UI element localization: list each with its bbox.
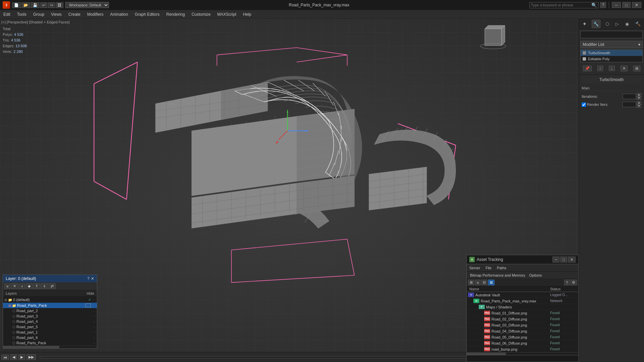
utilities-tab-btn[interactable]: 🔨 — [634, 20, 642, 28]
menu-tools[interactable]: Tools — [14, 11, 30, 18]
play-forward-btn[interactable]: ▶ — [18, 354, 25, 360]
modify-tab-btn[interactable]: 🔧 — [592, 20, 600, 28]
menu-group[interactable]: Group — [30, 11, 48, 18]
undo-btn[interactable]: ↩ — [40, 2, 47, 8]
move-up-btn[interactable]: ↑ — [597, 66, 603, 71]
asset-row-max-file[interactable]: M Road_Parts_Pack_max_vray.max Network — [467, 298, 578, 304]
show-end-btn[interactable]: ⊞ — [633, 66, 640, 71]
asset-menu-server[interactable]: Server — [467, 265, 483, 271]
layer-delete-btn[interactable]: ✕ — [11, 283, 18, 289]
display-tab-btn[interactable]: ◉ — [624, 20, 630, 28]
iterations-up-btn[interactable]: ▲ — [637, 93, 641, 96]
menu-edit[interactable]: Edit — [0, 11, 14, 18]
menu-create[interactable]: Create — [65, 11, 84, 18]
asset-view-btn3[interactable]: ⊟ — [481, 280, 487, 285]
layers-help-btn[interactable]: ? — [87, 276, 90, 281]
asset-close-btn[interactable]: ✕ — [568, 257, 576, 263]
asset-view-btn4[interactable]: ⊠ — [488, 280, 494, 285]
asset-menu-file[interactable]: File — [483, 265, 494, 271]
layer-item-default[interactable]: ⊞ 📁 0 (default) ✓ ··· — [3, 297, 97, 303]
nav-cube[interactable] — [478, 22, 508, 52]
menu-help[interactable]: Help — [240, 11, 255, 18]
render-iters-down-btn[interactable]: ▼ — [637, 104, 641, 108]
layer-item-road-pack[interactable]: ⊞ 📁 Road_Parts_Pack ··· — [3, 303, 97, 308]
hierarchy-tab-btn[interactable]: ⬡ — [604, 20, 610, 28]
move-down-btn[interactable]: ↓ — [609, 66, 615, 71]
layer-add-sel-btn[interactable]: ◆ — [26, 283, 33, 289]
menu-modifiers[interactable]: Modifiers — [84, 11, 107, 18]
render-iters-up-btn[interactable]: ▲ — [637, 101, 641, 104]
minimize-btn[interactable]: ─ — [612, 2, 621, 8]
object-name-field[interactable]: Road_part_6 — [580, 31, 643, 38]
motion-tab-btn[interactable]: ▷ — [614, 20, 620, 28]
menu-animation[interactable]: Animation — [107, 11, 131, 18]
layer-swap-btn[interactable]: ⇄ — [49, 283, 56, 289]
asset-submenu-bitmap[interactable]: Bitmap Performance and Memory — [468, 273, 527, 278]
create-tab-btn[interactable]: ✦ — [581, 19, 588, 28]
asset-scrollbar[interactable] — [467, 352, 578, 355]
new-btn[interactable]: 📄 — [12, 2, 21, 8]
search-input[interactable] — [531, 3, 591, 7]
asset-row-png4[interactable]: PNG Road_04_Diffuse.png Found — [467, 328, 578, 334]
asset-view-btn1[interactable]: ⊞ — [468, 280, 474, 285]
modifier-list-dropdown[interactable]: Modifier List ▾ — [580, 41, 643, 48]
turbosmooth-modifier[interactable]: TurboSmooth — [581, 50, 642, 56]
capture-btn[interactable]: 🖼 — [56, 2, 63, 8]
asset-help-btn1[interactable]: ? — [564, 280, 570, 285]
search-icon-btn[interactable]: 🔍 — [591, 3, 597, 8]
asset-row-png1[interactable]: PNG Road_01_Diffuse.png Found — [467, 310, 578, 316]
iterations-input[interactable]: 0 — [623, 94, 636, 99]
open-btn[interactable]: 📂 — [21, 2, 30, 8]
viewport-label[interactable]: [+] [Perspective] [Shaded + Edged Faces] — [1, 20, 70, 24]
asset-row-vault[interactable]: V Autodesk Vault Logged O... — [467, 292, 578, 298]
layer-down-btn[interactable]: ⇓ — [41, 283, 48, 289]
layer-item-pack-obj[interactable]: ⬡ Road_Parts_Pack ··· — [3, 340, 97, 346]
menu-customize[interactable]: Customize — [188, 11, 214, 18]
next-frame-btn[interactable]: ▶▶ — [26, 354, 36, 360]
layers-panel-titlebar[interactable]: Layer: 0 (default) ? ✕ — [3, 275, 97, 282]
layer-item-part2[interactable]: ⬡ Road_part_2 ··· — [3, 308, 97, 313]
layers-scrollbar[interactable] — [3, 346, 97, 348]
asset-row-png6[interactable]: PNG Road_06_Diffuse.png Found — [467, 340, 578, 346]
asset-view-btn2[interactable]: ≡ — [475, 280, 480, 285]
close-btn[interactable]: ✕ — [632, 2, 641, 8]
layer-add-btn[interactable]: + — [19, 284, 25, 289]
asset-row-png1-name: Road_01_Diffuse.png — [491, 311, 550, 315]
delete-modifier-btn[interactable]: ✕ — [621, 66, 628, 71]
menu-rendering[interactable]: Rendering — [163, 11, 188, 18]
asset-row-maps-folder[interactable]: F Maps / Shaders — [467, 304, 578, 310]
iterations-down-btn[interactable]: ▼ — [637, 96, 641, 100]
menu-views[interactable]: Views — [48, 11, 65, 18]
asset-row-png3[interactable]: PNG Road_03_Diffuse.png Found — [467, 322, 578, 328]
asset-panel-titlebar[interactable]: A Asset Tracking ─ □ ✕ — [467, 255, 578, 264]
menu-maxscript[interactable]: MAXScript — [214, 11, 240, 18]
asset-help-btn2[interactable]: ⚙ — [570, 280, 577, 285]
prev-frame-btn[interactable]: ◀ — [10, 354, 17, 360]
layers-close-btn[interactable]: ✕ — [91, 276, 94, 281]
menu-graph-editors[interactable]: Graph Editors — [131, 11, 163, 18]
asset-row-bump[interactable]: PNG road_bump.png Found — [467, 346, 578, 352]
save-btn[interactable]: 💾 — [31, 2, 40, 8]
layer-item-part5[interactable]: ⬡ Road_part_5 ··· — [3, 324, 97, 330]
layer-item-part3[interactable]: ⬡ Road_part_3 ··· — [3, 313, 97, 319]
layer-item-part4[interactable]: ⬡ Road_part_4 ··· — [3, 319, 97, 324]
workspace-dropdown[interactable]: Workspace: Default — [65, 2, 109, 8]
pin-btn[interactable]: 📌 — [583, 66, 592, 71]
render-iters-input[interactable]: 2 — [623, 102, 636, 107]
render-iters-checkbox[interactable] — [582, 102, 586, 107]
asset-row-png2[interactable]: PNG Road_02_Diffuse.png Found — [467, 316, 578, 322]
layer-item-part1[interactable]: ⬡ Road_part_1 ··· — [3, 330, 97, 335]
asset-min-btn[interactable]: ─ — [552, 257, 560, 263]
asset-submenu-options[interactable]: Options — [527, 273, 544, 278]
editable-poly-modifier[interactable]: Editable Poly — [581, 56, 642, 62]
layer-item-part6[interactable]: ⬡ Road_part_6 ··· — [3, 335, 97, 340]
help-btn[interactable]: ? — [600, 2, 606, 8]
layer-freeze-btn[interactable]: ≡ — [4, 284, 10, 289]
redo-btn[interactable]: ↪ — [48, 2, 55, 8]
layer-up-btn[interactable]: ⇑ — [33, 283, 40, 289]
maximize-btn[interactable]: □ — [622, 2, 631, 8]
asset-menu-paths[interactable]: Paths — [494, 265, 509, 271]
asset-max-btn[interactable]: □ — [560, 257, 567, 263]
asset-row-png5[interactable]: PNG Road_05_Diffuse.png Found — [467, 334, 578, 340]
play-btn[interactable]: ⏮ — [1, 355, 9, 360]
